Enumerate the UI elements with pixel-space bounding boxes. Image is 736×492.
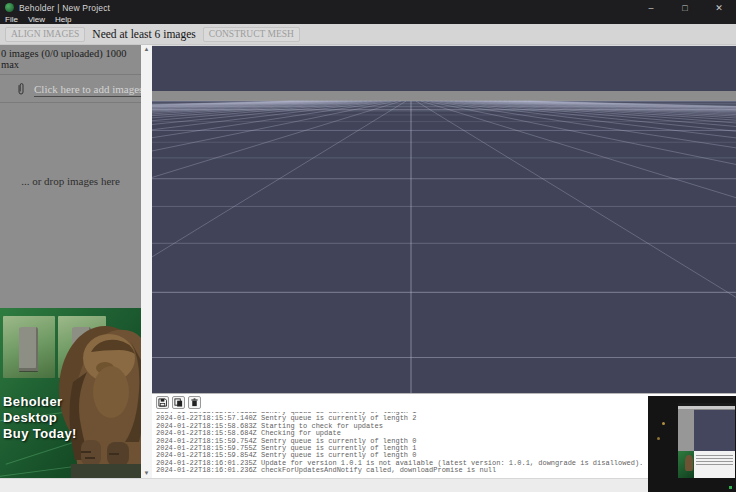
maximize-button[interactable]: □	[668, 0, 702, 15]
ad-line-2: Desktop	[3, 410, 77, 426]
mini-console	[694, 451, 735, 478]
promo-ad-banner[interactable]: Beholder Desktop Buy Today!	[0, 308, 141, 478]
mini-main-area	[678, 409, 735, 451]
add-images-row[interactable]	[0, 75, 141, 103]
bezel-light-icon	[657, 437, 660, 440]
window-title: Beholder | New Project	[19, 3, 110, 13]
sidebar-scrollbar[interactable]: ▲ ▼	[141, 45, 152, 478]
scroll-up-arrow-icon[interactable]: ▲	[141, 45, 152, 54]
menu-help[interactable]: Help	[55, 15, 71, 24]
close-button[interactable]: ✕	[702, 0, 736, 15]
copy-icon	[174, 398, 183, 407]
save-log-button[interactable]	[156, 396, 169, 409]
minimize-button[interactable]: –	[634, 0, 668, 15]
promo-monitor-preview	[648, 396, 736, 492]
mini-viewport	[694, 409, 735, 451]
mini-bottom-area	[678, 451, 735, 478]
images-needed-status: Need at least 6 images	[92, 28, 195, 40]
ad-line-3: Buy Today!	[3, 426, 77, 442]
image-sidebar: 0 images (0/0 uploaded) 1000 max ... or …	[0, 45, 141, 478]
perspective-grid	[152, 46, 736, 394]
save-icon	[158, 398, 167, 407]
add-images-input[interactable]	[34, 81, 141, 97]
paperclip-icon	[16, 82, 26, 96]
clear-log-button[interactable]	[188, 396, 201, 409]
mini-ad	[678, 451, 694, 478]
menu-view[interactable]: View	[28, 15, 45, 24]
3d-viewport[interactable]	[152, 45, 736, 393]
scroll-down-arrow-icon[interactable]: ▼	[141, 469, 152, 478]
trash-icon	[190, 398, 199, 407]
align-images-button[interactable]: ALIGN IMAGES	[5, 27, 85, 42]
image-counter: 0 images (0/0 uploaded) 1000 max	[0, 45, 141, 75]
copy-log-button[interactable]	[172, 396, 185, 409]
titlebar: Beholder | New Project – □ ✕	[0, 0, 736, 15]
horizontal-scrollbar[interactable]	[0, 478, 736, 492]
app-icon	[5, 3, 14, 12]
mini-app-screenshot	[678, 403, 735, 478]
ad-text: Beholder Desktop Buy Today!	[3, 394, 77, 442]
menubar: File View Help	[0, 15, 736, 24]
menu-file[interactable]: File	[5, 15, 18, 24]
construct-mesh-button[interactable]: CONSTRUCT MESH	[203, 27, 300, 42]
bezel-light-icon	[662, 422, 665, 425]
status-led-icon	[729, 486, 732, 489]
drop-images-hint: ... or drop images here	[0, 175, 141, 187]
ad-line-1: Beholder	[3, 394, 77, 410]
window-controls: – □ ✕	[634, 0, 736, 15]
main-toolbar: ALIGN IMAGES Need at least 6 images CONS…	[0, 24, 736, 45]
mini-sidebar	[678, 409, 694, 451]
